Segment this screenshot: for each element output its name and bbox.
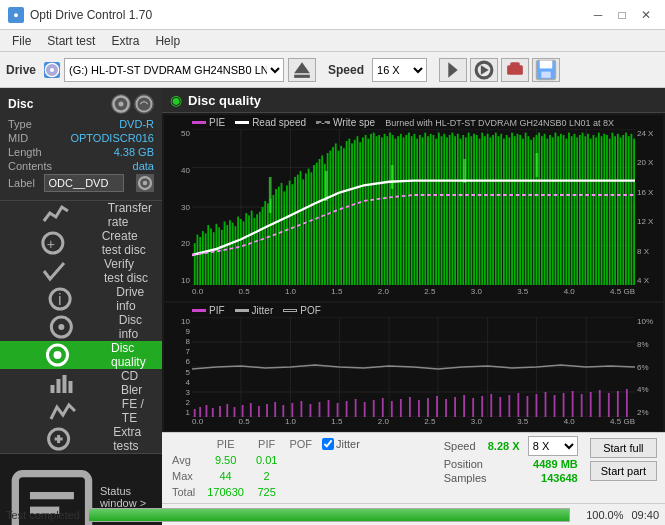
nav-create-test[interactable]: + Create test disc — [0, 229, 162, 257]
svg-rect-111 — [359, 142, 361, 285]
top-y-axis-left: 50 40 30 20 10 — [164, 129, 192, 285]
disc-icon-2[interactable] — [134, 94, 154, 114]
toolbar-btn-2[interactable] — [470, 58, 498, 82]
bottom-y-axis-right: 10% 8% 6% 4% 2% — [635, 317, 663, 417]
disc-icon-1[interactable] — [111, 94, 131, 114]
svg-rect-275 — [563, 393, 565, 417]
avg-pif: 0.01 — [250, 452, 283, 468]
svg-rect-237 — [226, 404, 228, 417]
svg-rect-186 — [563, 135, 565, 285]
svg-rect-64 — [232, 223, 234, 285]
svg-rect-243 — [274, 402, 276, 417]
svg-rect-213 — [269, 177, 272, 213]
svg-rect-183 — [555, 133, 557, 285]
speed-dropdown[interactable]: 8 X — [528, 436, 578, 456]
jitter-checkbox-label[interactable]: Jitter — [322, 436, 360, 452]
toolbar-btn-3[interactable] — [501, 58, 529, 82]
speed-val: 8.28 X — [488, 440, 520, 452]
disc-label-input[interactable] — [44, 174, 124, 192]
avg-label: Avg — [166, 452, 201, 468]
svg-rect-152 — [470, 136, 472, 285]
svg-rect-273 — [545, 392, 547, 417]
nav-transfer-rate[interactable]: Transfer rate — [0, 201, 162, 229]
svg-rect-28 — [68, 381, 72, 393]
nav-fe-te[interactable]: FE / TE — [0, 397, 162, 425]
menu-starttest[interactable]: Start test — [39, 32, 103, 50]
svg-rect-263 — [454, 397, 456, 417]
svg-rect-172 — [525, 133, 527, 285]
svg-rect-191 — [576, 137, 578, 285]
avg-pie: 9.50 — [201, 452, 250, 468]
disc-info-icon — [10, 313, 113, 341]
maximize-button[interactable]: □ — [611, 5, 633, 25]
menu-help[interactable]: Help — [147, 32, 188, 50]
svg-rect-260 — [427, 398, 429, 417]
main-area: Disc Type DVD-R MID OPTODISCR016 — [0, 88, 665, 503]
svg-rect-205 — [614, 136, 616, 285]
nav-cd-bler[interactable]: CD Bler — [0, 369, 162, 397]
svg-rect-272 — [536, 394, 538, 417]
svg-rect-187 — [565, 139, 567, 285]
svg-rect-258 — [409, 397, 411, 417]
toolbar-btn-1[interactable] — [439, 58, 467, 82]
menu-file[interactable]: File — [4, 32, 39, 50]
svg-rect-266 — [481, 396, 483, 417]
drive-select[interactable]: (G:) HL-DT-ST DVDRAM GH24NSB0 LN01 — [64, 58, 284, 82]
nav-verify-test[interactable]: Verify test disc — [0, 257, 162, 285]
speed-select[interactable]: 16 X — [372, 58, 427, 82]
minimize-button[interactable]: ─ — [587, 5, 609, 25]
progress-time: 09:40 — [631, 509, 659, 521]
svg-rect-121 — [386, 136, 388, 285]
eject-button[interactable] — [288, 58, 316, 82]
window-controls: ─ □ ✕ — [587, 5, 657, 25]
close-button[interactable]: ✕ — [635, 5, 657, 25]
svg-rect-210 — [628, 136, 630, 285]
svg-rect-280 — [608, 393, 610, 417]
svg-rect-85 — [289, 181, 291, 285]
svg-rect-153 — [473, 134, 475, 285]
speed-label: Speed — [444, 440, 476, 452]
svg-rect-168 — [514, 136, 516, 285]
bottom-y-axis-left: 10 9 8 7 6 5 4 3 2 1 — [164, 317, 192, 417]
menu-extra[interactable]: Extra — [103, 32, 147, 50]
svg-rect-254 — [373, 400, 375, 417]
svg-rect-255 — [382, 398, 384, 417]
svg-rect-165 — [506, 135, 508, 285]
svg-rect-112 — [362, 137, 364, 285]
position-row: Position 4489 MB — [444, 458, 578, 470]
svg-rect-242 — [266, 404, 268, 417]
start-full-button[interactable]: Start full — [590, 438, 657, 458]
label-settings-button[interactable] — [136, 174, 154, 192]
svg-rect-136 — [427, 136, 429, 285]
svg-rect-241 — [258, 406, 260, 417]
svg-rect-61 — [224, 221, 226, 285]
svg-rect-123 — [392, 135, 394, 285]
svg-rect-171 — [522, 139, 524, 285]
svg-rect-253 — [364, 402, 366, 417]
nav-disc-quality[interactable]: Disc quality — [0, 341, 162, 369]
samples-val: 143648 — [541, 472, 578, 484]
svg-rect-211 — [630, 134, 632, 285]
nav-disc-info[interactable]: Disc info — [0, 313, 162, 341]
max-pie: 44 — [201, 468, 250, 484]
svg-rect-207 — [620, 137, 622, 285]
svg-rect-238 — [234, 407, 236, 417]
drive-label: Drive — [6, 63, 36, 77]
svg-rect-130 — [411, 136, 413, 285]
disc-label-key: Label — [8, 177, 35, 189]
svg-rect-189 — [571, 136, 573, 285]
svg-rect-182 — [552, 137, 554, 285]
col-pif: PIF — [250, 436, 283, 452]
nav-extra-tests[interactable]: Extra tests — [0, 425, 162, 453]
svg-rect-3 — [294, 74, 310, 77]
bottom-chart-svg — [192, 317, 635, 417]
svg-rect-104 — [340, 146, 342, 285]
svg-rect-193 — [582, 133, 584, 285]
legend-pof: POF — [283, 305, 321, 316]
toolbar-btn-save[interactable] — [532, 58, 560, 82]
nav-drive-info[interactable]: i Drive info — [0, 285, 162, 313]
svg-rect-105 — [343, 148, 345, 285]
speed-row: Speed 8.28 X 8 X — [444, 436, 578, 456]
jitter-checkbox[interactable] — [322, 438, 334, 450]
start-part-button[interactable]: Start part — [590, 461, 657, 481]
